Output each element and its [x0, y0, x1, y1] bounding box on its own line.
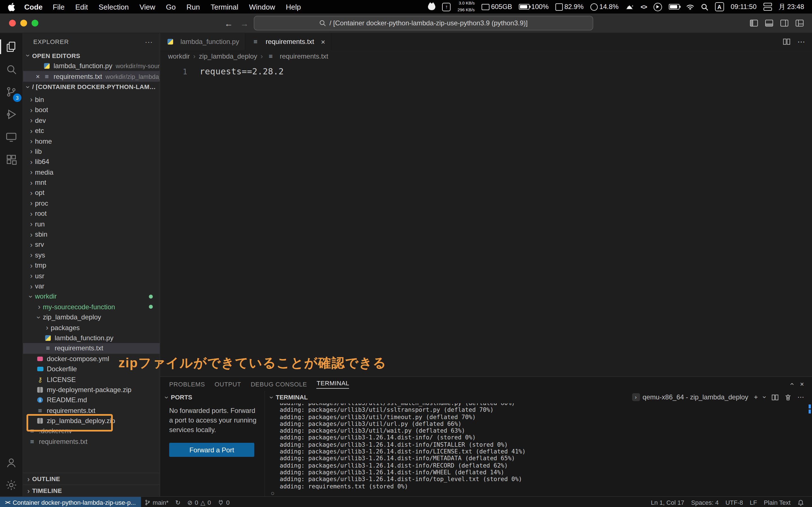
activity-run-debug[interactable] — [0, 103, 22, 126]
outline-header[interactable]: OUTLINE — [23, 473, 160, 485]
tree-item[interactable]: var — [23, 281, 160, 291]
tree-item[interactable]: requirements.txt — [23, 436, 160, 447]
problems-item[interactable]: ⊘0 △0 — [184, 497, 214, 507]
network-speed[interactable]: 3.0 KB/s 296 KB/s — [458, 1, 475, 12]
tree-item[interactable]: .dockerenv — [23, 426, 160, 437]
zoom-window-button[interactable] — [32, 20, 38, 26]
close-panel-icon[interactable]: × — [800, 380, 804, 388]
panel-tab[interactable]: OUTPUT — [214, 381, 241, 387]
disk-status[interactable]: 605GB — [481, 3, 512, 11]
code-editor[interactable]: 1 requests==2.28.2 — [160, 62, 812, 376]
panel-tab[interactable]: PROBLEMS — [169, 381, 205, 387]
toggle-primary-sidebar-icon[interactable] — [749, 18, 758, 27]
menu-item[interactable]: Selection — [99, 3, 129, 11]
indentation-item[interactable]: Spaces: 4 — [688, 497, 722, 507]
activity-explorer[interactable] — [0, 36, 22, 58]
git-branch-item[interactable]: main* — [141, 497, 172, 507]
remote-indicator[interactable]: >< Container docker-python-lambda-zip-us… — [0, 497, 141, 507]
settings-button[interactable] — [0, 474, 22, 496]
menu-clock[interactable]: 09:11:50 — [731, 3, 757, 11]
tab-lambda-function[interactable]: lambda_function.py — [160, 33, 245, 50]
customize-layout-icon[interactable] — [795, 18, 804, 27]
tree-item[interactable]: home — [23, 136, 160, 147]
close-icon[interactable]: × — [33, 72, 42, 80]
apple-menu-icon[interactable] — [8, 3, 15, 11]
tree-item[interactable]: requirements.txt — [23, 343, 160, 353]
battery-status[interactable]: 100% — [519, 3, 548, 11]
account-button[interactable] — [0, 451, 22, 474]
back-button[interactable]: ← — [224, 18, 233, 28]
tab-requirements[interactable]: requirements.txt × — [245, 33, 331, 50]
minimize-window-button[interactable] — [20, 20, 27, 26]
forwarded-ports-item[interactable]: 0 — [214, 497, 233, 507]
menu-item[interactable]: Terminal — [211, 3, 238, 11]
panel-tab[interactable]: DEBUG CONSOLE — [251, 381, 307, 387]
tree-item[interactable]: run — [23, 219, 160, 229]
close-window-button[interactable] — [9, 20, 16, 26]
ports-header[interactable]: PORTS — [160, 391, 264, 403]
open-editor-item[interactable]: × requirements.txt workdir/zip_lambda_d.… — [23, 71, 160, 82]
terminal-output[interactable]: adding: packages/urllib3/util/ssl_match_… — [265, 403, 812, 496]
record-icon[interactable] — [654, 3, 662, 11]
tree-item[interactable]: proc — [23, 198, 160, 209]
panel-tab[interactable]: TERMINAL — [317, 379, 349, 388]
tree-item[interactable]: root — [23, 209, 160, 219]
tree-item[interactable]: boot — [23, 105, 160, 115]
tree-item[interactable]: usr — [23, 271, 160, 281]
tree-item[interactable]: zip_lambda_deploy.zip — [23, 416, 160, 426]
tree-item[interactable]: packages — [23, 323, 160, 333]
project-root-header[interactable]: / [CONTAINER DOCKER-PYTHON-LAMBDA-ZI... — [23, 82, 160, 93]
memory-status[interactable]: 14.8% — [591, 3, 619, 11]
terminal-dropdown-icon[interactable]: › — [761, 396, 769, 398]
tree-item[interactable]: my-deployment-package.zip — [23, 385, 160, 395]
terminal-scroll-markers[interactable] — [809, 404, 811, 414]
command-center[interactable]: / [Container docker-python-lambda-zip-us… — [254, 16, 593, 31]
close-icon[interactable]: × — [321, 38, 325, 46]
tree-item[interactable]: tmp — [23, 260, 160, 271]
cpu-status[interactable]: 82.9% — [555, 3, 583, 11]
toggle-secondary-sidebar-icon[interactable] — [780, 18, 789, 27]
tree-item[interactable]: lib64 — [23, 157, 160, 167]
tree-item[interactable]: LICENSE — [23, 374, 160, 385]
code-app-icon[interactable]: <> — [641, 3, 647, 10]
new-terminal-icon[interactable]: + — [754, 393, 758, 401]
battery-icon[interactable] — [669, 4, 679, 10]
command-decoration-icon[interactable]: ○ — [271, 490, 274, 496]
toggle-panel-icon[interactable] — [765, 18, 774, 27]
eol-item[interactable]: LF — [746, 497, 760, 507]
menu-item[interactable]: Window — [249, 3, 275, 11]
tree-item[interactable]: dev — [23, 115, 160, 126]
open-editor-item[interactable]: × lambda_function.py workdir/my-source..… — [23, 61, 160, 71]
spotlight-icon[interactable] — [701, 3, 708, 10]
forward-port-button[interactable]: Forward a Port — [169, 443, 254, 457]
upload-box-icon[interactable]: ↑ — [442, 3, 451, 11]
activity-extensions[interactable] — [0, 148, 22, 171]
tree-item[interactable]: bin — [23, 95, 160, 105]
tree-item[interactable]: opt — [23, 188, 160, 198]
language-mode-item[interactable]: Plain Text — [760, 497, 794, 507]
menu-item[interactable]: Run — [186, 3, 200, 11]
breadcrumb-item[interactable]: requirements.txt — [266, 52, 328, 61]
tree-item[interactable]: srv — [23, 240, 160, 250]
menu-item[interactable]: File — [53, 3, 64, 11]
kill-terminal-icon[interactable] — [784, 393, 792, 401]
app-menu[interactable]: Code — [24, 3, 43, 11]
control-center-icon[interactable] — [763, 3, 772, 11]
activity-search[interactable] — [0, 58, 22, 80]
tree-item[interactable]: sys — [23, 250, 160, 260]
activity-remote-explorer[interactable] — [0, 126, 22, 148]
menu-item[interactable]: Edit — [75, 3, 88, 11]
menu-item[interactable]: Help — [286, 3, 301, 11]
terminal-more-icon[interactable]: ⋯ — [797, 393, 804, 401]
tree-item[interactable]: mnt — [23, 177, 160, 188]
breadcrumb-item[interactable]: zip_lambda_deploy — [199, 52, 257, 60]
open-editors-header[interactable]: OPEN EDITORS — [23, 50, 160, 61]
breadcrumb-item[interactable]: workdir — [168, 52, 190, 60]
runcat-icon[interactable] — [625, 4, 634, 10]
menu-item[interactable]: Go — [166, 3, 176, 11]
tree-item[interactable]: lib — [23, 146, 160, 157]
input-method-icon[interactable]: A — [715, 2, 724, 11]
tree-item[interactable]: my-sourcecode-function — [23, 302, 160, 312]
more-actions-icon[interactable]: ··· — [145, 38, 153, 46]
terminal-profile[interactable]: › qemu-x86_64 - zip_lambda_deploy — [632, 393, 748, 401]
